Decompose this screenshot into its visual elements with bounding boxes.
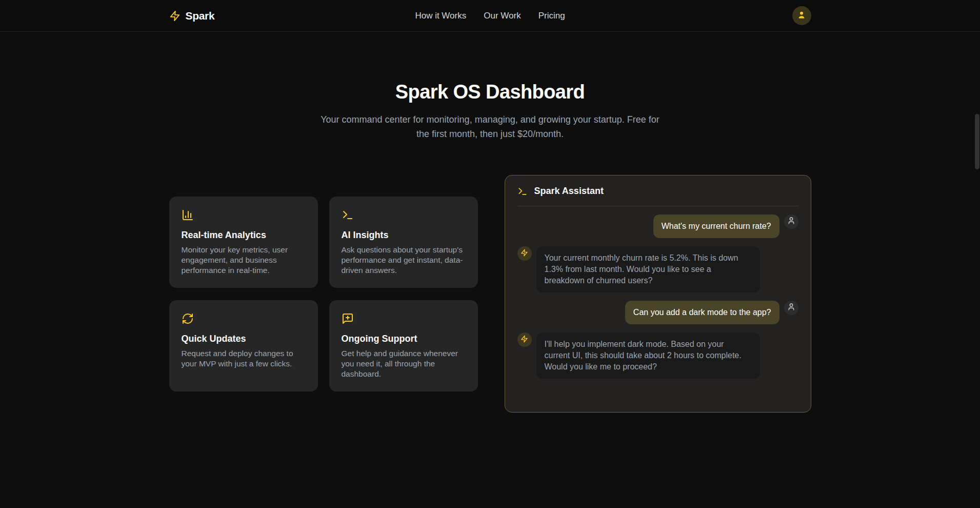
feature-title: AI Insights	[342, 230, 466, 241]
nav-link-our-work[interactable]: Our Work	[484, 11, 521, 21]
terminal-icon	[342, 209, 466, 221]
zap-icon	[169, 10, 181, 22]
spark-assistant-panel: Spark Assistant What's my current churn …	[505, 175, 811, 413]
nav-link-pricing[interactable]: Pricing	[538, 11, 565, 21]
user-avatar	[784, 214, 798, 229]
chat-message-user: Can you add a dark mode to the app?	[517, 301, 798, 324]
zap-icon	[521, 335, 528, 345]
user-icon	[796, 10, 807, 22]
feature-title: Ongoing Support	[342, 334, 466, 344]
chat-message-assistant: Your current monthly churn rate is 5.2%.…	[517, 246, 798, 292]
feature-description: Ask questions about your startup's perfo…	[342, 245, 466, 276]
assistant-avatar	[517, 246, 532, 261]
zap-icon	[521, 249, 528, 259]
feature-title: Quick Updates	[182, 334, 306, 344]
brand-logo[interactable]: Spark	[169, 10, 215, 22]
chat-message-assistant: I'll help you implement dark mode. Based…	[517, 333, 798, 379]
user-message-bubble: Can you add a dark mode to the app?	[625, 301, 779, 324]
refresh-icon	[182, 312, 306, 325]
feature-title: Real-time Analytics	[182, 230, 306, 241]
user-icon	[787, 303, 795, 313]
bar-chart-icon	[182, 209, 306, 221]
chat-message-user: What's my current churn rate?	[517, 214, 798, 238]
user-message-bubble: What's my current churn rate?	[653, 214, 779, 238]
assistant-panel-header: Spark Assistant	[517, 175, 798, 206]
assistant-message-bubble: Your current monthly churn rate is 5.2%.…	[536, 246, 760, 292]
feature-card-ongoing-support: Ongoing Support Get help and guidance wh…	[329, 300, 478, 392]
nav-links: How it Works Our Work Pricing	[415, 11, 565, 21]
navbar: Spark How it Works Our Work Pricing	[0, 0, 980, 32]
chat-messages: What's my current churn rate? Your curre…	[505, 206, 811, 391]
assistant-panel-title: Spark Assistant	[534, 186, 604, 197]
nav-link-how-it-works[interactable]: How it Works	[415, 11, 466, 21]
page-title: Spark OS Dashboard	[0, 81, 980, 103]
feature-card-quick-updates: Quick Updates Request and deploy changes…	[169, 300, 318, 392]
feature-card-realtime-analytics: Real-time Analytics Monitor your key met…	[169, 197, 318, 288]
terminal-icon	[517, 186, 528, 197]
assistant-message-bubble: I'll help you implement dark mode. Based…	[536, 333, 760, 379]
page-scrollbar[interactable]	[975, 114, 979, 169]
feature-description: Monitor your key metrics, user engagemen…	[182, 245, 306, 276]
hero-section: Spark OS Dashboard Your command center f…	[0, 32, 980, 141]
brand-name: Spark	[186, 10, 215, 22]
hero-subtitle: Your command center for monitoring, mana…	[313, 112, 667, 141]
feature-card-ai-insights: AI Insights Ask questions about your sta…	[329, 197, 478, 288]
assistant-avatar	[517, 333, 532, 347]
account-avatar-button[interactable]	[792, 6, 811, 25]
feature-description: Get help and guidance whenever you need …	[342, 348, 466, 379]
message-square-plus-icon	[342, 312, 466, 325]
user-icon	[787, 217, 795, 227]
features-grid: Real-time Analytics Monitor your key met…	[169, 197, 478, 392]
main-content: Real-time Analytics Monitor your key met…	[169, 175, 811, 413]
user-avatar	[784, 301, 798, 315]
feature-description: Request and deploy changes to your MVP w…	[182, 348, 306, 369]
